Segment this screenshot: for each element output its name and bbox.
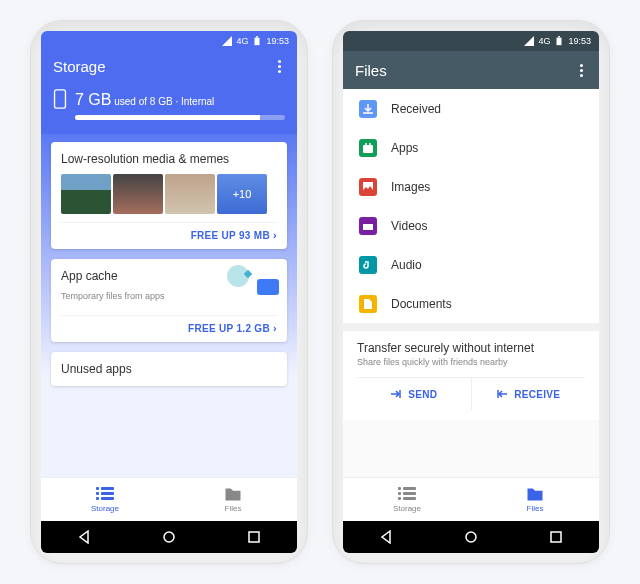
network-label: 4G — [236, 36, 248, 46]
svg-point-3 — [164, 532, 174, 542]
clock-label: 19:53 — [568, 36, 591, 46]
signal-icon — [524, 36, 534, 46]
usage-value: 7 GB — [75, 91, 111, 108]
videos-icon — [359, 217, 377, 235]
action-label: FREE UP 1.2 GB — [188, 323, 270, 334]
svg-rect-0 — [255, 38, 260, 46]
folder-icon — [526, 487, 544, 503]
transfer-subtitle: Share files quickly with friends nearby — [357, 357, 585, 367]
svg-point-13 — [466, 532, 476, 542]
home-icon[interactable] — [162, 530, 176, 544]
free-up-button[interactable]: FREE UP 93 MB › — [61, 222, 277, 243]
card-title: Low-resolution media & memes — [61, 152, 277, 166]
audio-icon — [359, 256, 377, 274]
phone-storage: 4G 19:53 Storage 7 GB used of 8 GB · Int… — [30, 20, 308, 564]
battery-icon — [554, 36, 564, 46]
status-bar: 4G 19:53 — [343, 31, 599, 51]
nav-files[interactable]: Files — [169, 478, 297, 521]
thumbnail[interactable] — [113, 174, 163, 214]
card-app-cache[interactable]: App cache Temporary files from apps FREE… — [51, 259, 287, 342]
clock-label: 19:53 — [266, 36, 289, 46]
bottom-nav: Storage Files — [343, 477, 599, 521]
page-title: Files — [355, 62, 387, 79]
category-label: Received — [391, 102, 441, 116]
svg-rect-4 — [249, 532, 259, 542]
category-label: Apps — [391, 141, 418, 155]
network-label: 4G — [538, 36, 550, 46]
svg-rect-14 — [551, 532, 561, 542]
signal-icon — [222, 36, 232, 46]
svg-rect-12 — [363, 222, 373, 224]
category-received[interactable]: Received — [343, 89, 599, 128]
chevron-right-icon: › — [273, 229, 277, 241]
phone-icon — [53, 89, 67, 111]
card-title: Unused apps — [61, 362, 277, 376]
category-label: Images — [391, 180, 430, 194]
nav-label: Storage — [91, 504, 119, 513]
receive-button[interactable]: RECEIVE — [471, 378, 586, 410]
storage-usage-summary: 7 GB used of 8 GB · Internal — [53, 89, 285, 111]
screen: 4G 19:53 Files Received Apps — [343, 31, 599, 553]
documents-icon — [359, 295, 377, 313]
overflow-menu-icon[interactable] — [274, 56, 285, 77]
category-audio[interactable]: Audio — [343, 245, 599, 284]
transfer-title: Transfer securely without internet — [357, 341, 585, 355]
card-low-res-media[interactable]: Low-resolution media & memes +10 FREE UP… — [51, 142, 287, 249]
back-icon[interactable] — [77, 530, 91, 544]
send-button[interactable]: SEND — [357, 378, 471, 410]
folder-icon — [224, 487, 242, 503]
overflow-menu-icon[interactable] — [576, 60, 587, 81]
recents-icon[interactable] — [549, 530, 563, 544]
nav-storage[interactable]: Storage — [343, 478, 471, 521]
recents-icon[interactable] — [247, 530, 261, 544]
category-label: Audio — [391, 258, 422, 272]
svg-rect-6 — [559, 36, 561, 38]
bottom-nav: Storage Files — [41, 477, 297, 521]
apps-icon — [359, 139, 377, 157]
appbar: Files — [343, 51, 599, 89]
button-label: RECEIVE — [514, 389, 560, 400]
storage-progress-bar — [75, 115, 285, 120]
nav-storage[interactable]: Storage — [41, 478, 169, 521]
free-up-button[interactable]: FREE UP 1.2 GB › — [61, 315, 277, 336]
receive-icon — [496, 388, 508, 400]
screen: 4G 19:53 Storage 7 GB used of 8 GB · Int… — [41, 31, 297, 553]
android-nav-bar — [41, 521, 297, 553]
thumbnail[interactable] — [165, 174, 215, 214]
usage-suffix: used of 8 GB · Internal — [114, 96, 214, 107]
thumbnail-row: +10 — [61, 174, 277, 214]
svg-point-8 — [365, 143, 367, 145]
category-label: Documents — [391, 297, 452, 311]
storage-icon — [96, 487, 114, 503]
images-icon — [359, 178, 377, 196]
status-bar: 4G 19:53 — [41, 31, 297, 51]
cards-scroll[interactable]: Low-resolution media & memes +10 FREE UP… — [41, 134, 297, 477]
nav-files[interactable]: Files — [471, 478, 599, 521]
chevron-right-icon: › — [273, 322, 277, 334]
svg-rect-2 — [55, 90, 66, 108]
category-apps[interactable]: Apps — [343, 128, 599, 167]
battery-icon — [252, 36, 262, 46]
send-icon — [390, 388, 402, 400]
category-label: Videos — [391, 219, 427, 233]
category-list[interactable]: Received Apps Images Videos — [343, 89, 599, 477]
category-images[interactable]: Images — [343, 167, 599, 206]
nav-label: Storage — [393, 504, 421, 513]
transfer-card: Transfer securely without internet Share… — [343, 323, 599, 420]
button-label: SEND — [408, 389, 437, 400]
android-nav-bar — [343, 521, 599, 553]
card-unused-apps[interactable]: Unused apps — [51, 352, 287, 386]
decorative-art — [223, 265, 279, 295]
appbar: Storage 7 GB used of 8 GB · Internal — [41, 51, 297, 134]
category-documents[interactable]: Documents — [343, 284, 599, 323]
thumbnail-more[interactable]: +10 — [217, 174, 267, 214]
svg-point-9 — [369, 143, 371, 145]
phone-files: 4G 19:53 Files Received Apps — [332, 20, 610, 564]
thumbnail[interactable] — [61, 174, 111, 214]
action-label: FREE UP 93 MB — [191, 230, 270, 241]
back-icon[interactable] — [379, 530, 393, 544]
category-videos[interactable]: Videos — [343, 206, 599, 245]
svg-rect-5 — [557, 38, 562, 46]
home-icon[interactable] — [464, 530, 478, 544]
storage-icon — [398, 487, 416, 503]
